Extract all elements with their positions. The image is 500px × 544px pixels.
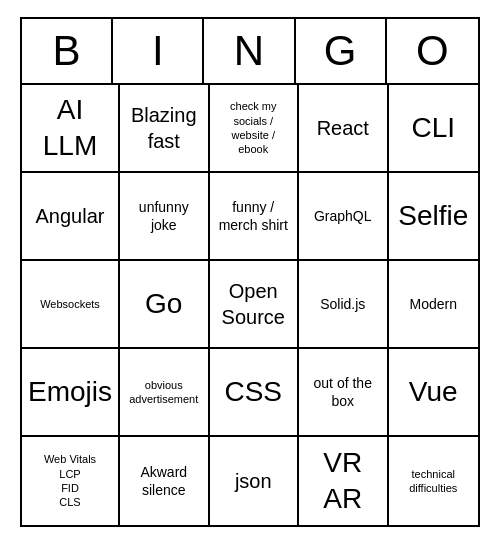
bingo-cell: Vue [389, 349, 479, 437]
bingo-cell: Modern [389, 261, 479, 349]
bingo-cell: GraphQL [299, 173, 389, 261]
bingo-cell: AILLM [22, 85, 120, 173]
bingo-cell: VRAR [299, 437, 389, 525]
bingo-cell: Selfie [389, 173, 479, 261]
bingo-cell: unfunny joke [120, 173, 209, 261]
bingo-cell: Blazing fast [120, 85, 209, 173]
header-letter: G [296, 19, 387, 83]
bingo-cell: check my socials / website / ebook [210, 85, 300, 173]
bingo-cell: out of the box [299, 349, 389, 437]
header-letter: I [113, 19, 204, 83]
bingo-cell: Websockets [22, 261, 120, 349]
bingo-card: BINGO AILLMBlazing fastcheck my socials … [20, 17, 480, 527]
bingo-cell: React [299, 85, 389, 173]
bingo-cell: obvious advertisement [120, 349, 209, 437]
bingo-header: BINGO [22, 19, 478, 85]
bingo-grid: AILLMBlazing fastcheck my socials / webs… [22, 85, 478, 525]
header-letter: N [204, 19, 295, 83]
bingo-cell: Open Source [210, 261, 300, 349]
bingo-cell: CLI [389, 85, 479, 173]
bingo-cell: funny / merch shirt [210, 173, 300, 261]
bingo-cell: technical difficulties [389, 437, 479, 525]
bingo-cell: Web VitalsLCPFIDCLS [22, 437, 120, 525]
bingo-cell: json [210, 437, 300, 525]
bingo-cell: Akward silence [120, 437, 209, 525]
bingo-cell: Angular [22, 173, 120, 261]
bingo-cell: Go [120, 261, 209, 349]
header-letter: B [22, 19, 113, 83]
header-letter: O [387, 19, 478, 83]
bingo-cell: Solid.js [299, 261, 389, 349]
bingo-cell: CSS [210, 349, 300, 437]
bingo-cell: Emojis [22, 349, 120, 437]
